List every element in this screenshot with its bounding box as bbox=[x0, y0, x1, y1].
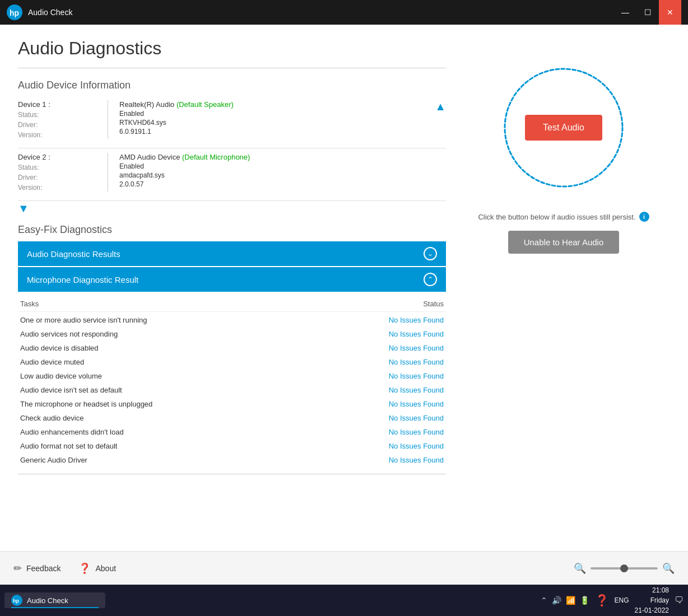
task-row: One or more audio service isn't running … bbox=[18, 313, 446, 327]
close-button[interactable]: ✕ bbox=[659, 0, 681, 25]
hp-logo-icon: hp bbox=[7, 4, 22, 20]
task-row: Audio services not responding No Issues … bbox=[18, 327, 446, 341]
about-label: About bbox=[95, 564, 116, 573]
app-body: Audio Diagnostics Audio Device Informati… bbox=[0, 25, 688, 585]
taskbar-help-icon[interactable]: ❓ bbox=[595, 594, 609, 607]
task-status: No Issues Found bbox=[389, 372, 444, 380]
device1-labels: Device 1 : Status: Driver: Version: bbox=[18, 100, 108, 139]
tasks-table: Tasks Status One or more audio service i… bbox=[18, 296, 446, 474]
title-bar: hp Audio Check — ☐ ✕ bbox=[0, 0, 688, 25]
taskbar-date-num: 21-01-2022 bbox=[635, 605, 669, 615]
about-button[interactable]: ❓ About bbox=[78, 562, 116, 575]
title-divider bbox=[18, 68, 446, 68]
task-status: No Issues Found bbox=[389, 316, 444, 324]
device1-version-label: Version: bbox=[18, 131, 108, 139]
footer: ✏ Feedback ❓ About 🔍 🔍 bbox=[0, 551, 688, 585]
right-panel: Test Audio Click the button below if aud… bbox=[457, 38, 670, 538]
taskbar-app-button[interactable]: hp Audio Check bbox=[4, 592, 105, 608]
zoom-out-icon[interactable]: 🔍 bbox=[574, 562, 586, 575]
device2-driver-label: Driver: bbox=[18, 174, 108, 181]
scroll-down-button[interactable]: ▼ bbox=[18, 202, 29, 215]
mic-diag-chevron: ⌃ bbox=[424, 273, 437, 286]
task-status: No Issues Found bbox=[389, 456, 444, 464]
minimize-button[interactable]: — bbox=[614, 0, 636, 25]
task-status: No Issues Found bbox=[389, 414, 444, 422]
audio-diag-header[interactable]: Audio Diagnostic Results ⌄ bbox=[18, 241, 446, 266]
task-name: Audio device isn't set as default bbox=[20, 386, 122, 394]
task-name: Audio enhancements didn't load bbox=[20, 428, 124, 436]
zoom-slider[interactable] bbox=[591, 567, 658, 570]
taskbar-wifi-icon[interactable]: 📶 bbox=[566, 596, 575, 605]
scroll-up-button[interactable]: ▲ bbox=[435, 100, 446, 113]
task-row: Low audio device volume No Issues Found bbox=[18, 369, 446, 383]
task-row: Generic Audio Driver No Issues Found bbox=[18, 453, 446, 467]
task-row: Audio device isn't set as default No Iss… bbox=[18, 383, 446, 397]
taskbar-right: ⌃ 🔊 📶 🔋 ❓ ENG 21:08 Friday 21-01-2022 🗨 bbox=[541, 585, 684, 615]
mic-diag-label: Microphone Diagnostic Result bbox=[27, 275, 138, 284]
zoom-in-icon[interactable]: 🔍 bbox=[662, 562, 675, 575]
easy-fix-title: Easy-Fix Diagnostics bbox=[18, 224, 446, 236]
device2-version-value: 2.0.0.57 bbox=[119, 180, 446, 188]
task-name: Audio services not responding bbox=[20, 330, 118, 338]
persist-text: Click the button below if audio issues s… bbox=[478, 212, 649, 222]
task-name: Audio device muted bbox=[20, 358, 84, 366]
task-row: Audio device muted No Issues Found bbox=[18, 355, 446, 369]
task-name: Audio format not set to default bbox=[20, 442, 117, 450]
device-info-title: Audio Device Information bbox=[18, 80, 446, 91]
device1-default-tag: (Default Speaker) bbox=[176, 100, 234, 109]
task-row: Audio enhancements didn't load No Issues… bbox=[18, 425, 446, 439]
device2-status-value: Enabled bbox=[119, 162, 446, 170]
taskbar-battery-icon[interactable]: 🔋 bbox=[580, 596, 589, 605]
taskbar-notification-icon[interactable]: 🗨 bbox=[675, 595, 684, 605]
device2-values: AMD Audio Device (Default Microphone) En… bbox=[108, 153, 446, 192]
taskbar-volume-icon[interactable]: 🔊 bbox=[552, 596, 561, 605]
task-name: Audio device is disabled bbox=[20, 344, 98, 352]
unable-to-hear-button[interactable]: Unable to Hear Audio bbox=[508, 231, 620, 254]
test-audio-button[interactable]: Test Audio bbox=[525, 115, 602, 141]
taskbar-underline bbox=[11, 607, 99, 608]
taskbar: hp Audio Check ⌃ 🔊 📶 🔋 ❓ ENG 21:08 Frida… bbox=[0, 585, 688, 616]
task-status: No Issues Found bbox=[389, 344, 444, 352]
svg-text:hp: hp bbox=[10, 8, 19, 17]
taskbar-date-day: Friday bbox=[635, 595, 669, 605]
device1-values: Realtek(R) Audio (Default Speaker) Enabl… bbox=[108, 100, 446, 139]
device1-label: Device 1 : bbox=[18, 100, 108, 109]
task-row: Check audio device No Issues Found bbox=[18, 411, 446, 425]
window-title: Audio Check bbox=[28, 8, 614, 17]
persist-text-label: Click the button below if audio issues s… bbox=[478, 213, 635, 221]
taskbar-sys-icons: ⌃ 🔊 📶 🔋 bbox=[541, 596, 589, 605]
task-status: No Issues Found bbox=[389, 442, 444, 450]
feedback-button[interactable]: ✏ Feedback bbox=[13, 562, 61, 575]
taskbar-clock: 21:08 Friday 21-01-2022 bbox=[635, 585, 669, 615]
maximize-button[interactable]: ☐ bbox=[636, 0, 659, 25]
task-row: The microphone or headset is unplugged N… bbox=[18, 397, 446, 411]
taskbar-lang: ENG bbox=[615, 596, 629, 604]
info-icon: i bbox=[639, 212, 649, 222]
main-content: Audio Diagnostics Audio Device Informati… bbox=[0, 25, 688, 551]
taskbar-chevron-icon[interactable]: ⌃ bbox=[541, 596, 547, 605]
device1-status-label: Status: bbox=[18, 111, 108, 119]
task-status: No Issues Found bbox=[389, 386, 444, 394]
device2-version-label: Version: bbox=[18, 184, 108, 192]
device2-default-tag: (Default Microphone) bbox=[182, 153, 250, 161]
task-name: Low audio device volume bbox=[20, 372, 102, 380]
audio-circle: Test Audio bbox=[496, 60, 631, 195]
device2-status-label: Status: bbox=[18, 164, 108, 171]
feedback-icon: ✏ bbox=[13, 562, 22, 575]
about-icon: ❓ bbox=[78, 562, 91, 575]
task-status: No Issues Found bbox=[389, 330, 444, 338]
device1-status-value: Enabled bbox=[119, 110, 446, 118]
task-name: One or more audio service isn't running bbox=[20, 316, 147, 324]
window-controls: — ☐ ✕ bbox=[614, 0, 681, 25]
zoom-controls: 🔍 🔍 bbox=[574, 562, 675, 575]
taskbar-time: 21:08 bbox=[635, 585, 669, 595]
task-name: Check audio device bbox=[20, 414, 83, 422]
task-status: No Issues Found bbox=[389, 428, 444, 436]
task-name: Generic Audio Driver bbox=[20, 456, 87, 464]
device2-driver-value: amdacpafd.sys bbox=[119, 171, 446, 179]
task-name: The microphone or headset is unplugged bbox=[20, 400, 152, 408]
mic-diag-header[interactable]: Microphone Diagnostic Result ⌃ bbox=[18, 267, 446, 292]
taskbar-app-icon: hp bbox=[11, 595, 22, 606]
task-status: No Issues Found bbox=[389, 400, 444, 408]
left-panel: Audio Diagnostics Audio Device Informati… bbox=[18, 38, 457, 538]
